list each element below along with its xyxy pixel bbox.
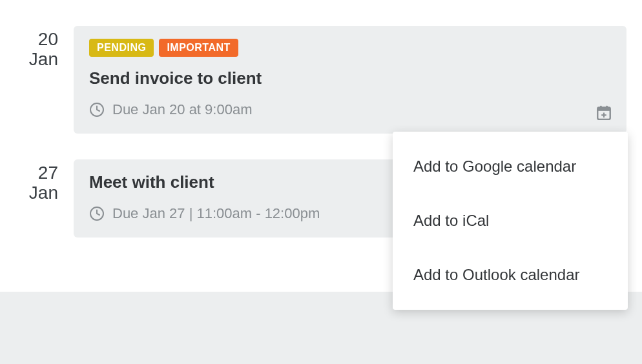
event-due-row: Due Jan 20 at 9:00am — [89, 101, 611, 118]
event-title: Send invoice to client — [89, 68, 611, 88]
calendar-export-menu: Add to Google calendar Add to iCal Add t… — [393, 132, 628, 310]
event-date-day: 27 — [16, 163, 58, 183]
svg-rect-2 — [597, 107, 610, 110]
calendar-add-icon[interactable] — [595, 104, 612, 121]
event-date: 27 Jan — [16, 159, 74, 238]
badge-pending: PENDING — [89, 39, 154, 57]
event-card[interactable]: PENDING IMPORTANT Send invoice to client… — [74, 26, 626, 134]
badge-important: IMPORTANT — [159, 39, 238, 57]
menu-item-google-calendar[interactable]: Add to Google calendar — [393, 139, 628, 194]
event-due-text: Due Jan 20 at 9:00am — [112, 101, 252, 118]
event-date-month: Jan — [16, 183, 58, 203]
svg-rect-3 — [600, 106, 602, 108]
event-date: 20 Jan — [16, 26, 74, 134]
event-date-month: Jan — [16, 50, 58, 70]
menu-item-ical[interactable]: Add to iCal — [393, 194, 628, 248]
event-due-text: Due Jan 27 | 11:00am - 12:00pm — [112, 205, 320, 222]
menu-item-outlook-calendar[interactable]: Add to Outlook calendar — [393, 248, 628, 302]
svg-rect-4 — [606, 106, 608, 108]
event-row: 20 Jan PENDING IMPORTANT Send invoice to… — [16, 26, 626, 134]
clock-icon — [89, 102, 105, 117]
event-date-day: 20 — [16, 30, 58, 50]
badge-row: PENDING IMPORTANT — [89, 39, 611, 57]
clock-icon — [89, 206, 105, 221]
svg-rect-6 — [601, 114, 606, 116]
